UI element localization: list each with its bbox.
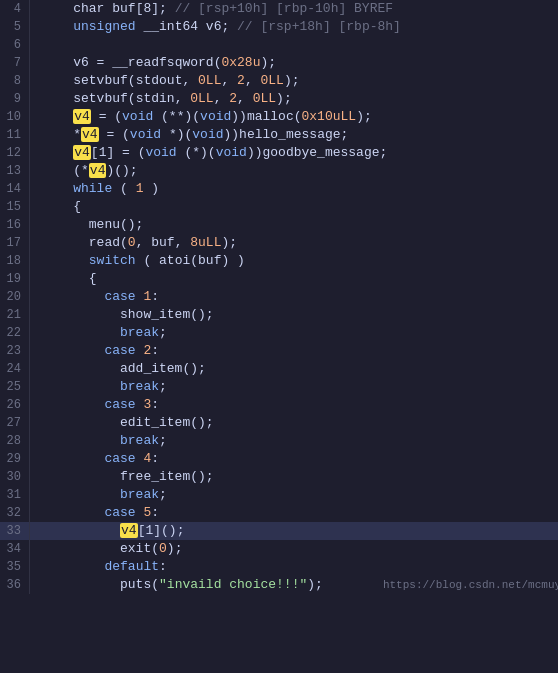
highlight-v4-33: v4 [120, 523, 138, 538]
line-content-29: case 4: [38, 450, 558, 468]
line-num-34: 34 [0, 540, 30, 558]
line-content-11: *v4 = (void *)(void))hello_message; [38, 126, 558, 144]
line-content-27: edit_item(); [38, 414, 558, 432]
line-num-10: 10 [0, 108, 30, 126]
line-num-4: 4 [0, 0, 30, 18]
line-num-24: 24 [0, 360, 30, 378]
line-content-4: char buf[8]; // [rsp+10h] [rbp-10h] BYRE… [38, 0, 558, 18]
line-num-9: 9 [0, 90, 30, 108]
line-content-36: puts("invaild choice!!!");https://blog.c… [38, 576, 558, 594]
code-line-36: 36 puts("invaild choice!!!");https://blo… [0, 576, 558, 594]
code-line-26: 26 case 3: [0, 396, 558, 414]
line-content-35: default: [38, 558, 558, 576]
code-line-30: 30 free_item(); [0, 468, 558, 486]
code-line-33: 33 v4[1](); [0, 522, 558, 540]
line-num-35: 35 [0, 558, 30, 576]
code-line-8: 8 setvbuf(stdout, 0LL, 2, 0LL); [0, 72, 558, 90]
line-num-36: 36 [0, 576, 30, 594]
line-num-14: 14 [0, 180, 30, 198]
code-line-12: 12 v4[1] = (void (*)(void))goodbye_messa… [0, 144, 558, 162]
line-content-28: break; [38, 432, 558, 450]
code-line-10: 10 v4 = (void (**)(void))malloc(0x10uLL)… [0, 108, 558, 126]
line-content-21: show_item(); [38, 306, 558, 324]
code-line-7: 7 v6 = __readfsqword(0x28u); [0, 54, 558, 72]
code-line-27: 27 edit_item(); [0, 414, 558, 432]
line-num-13: 13 [0, 162, 30, 180]
code-line-34: 34 exit(0); [0, 540, 558, 558]
code-line-15: 15 { [0, 198, 558, 216]
line-content-10: v4 = (void (**)(void))malloc(0x10uLL); [38, 108, 558, 126]
code-line-16: 16 menu(); [0, 216, 558, 234]
code-line-14: 14 while ( 1 ) [0, 180, 558, 198]
line-content-34: exit(0); [38, 540, 558, 558]
line-content-33: v4[1](); [38, 522, 558, 540]
line-num-7: 7 [0, 54, 30, 72]
line-content-23: case 2: [38, 342, 558, 360]
code-line-19: 19 { [0, 270, 558, 288]
line-num-23: 23 [0, 342, 30, 360]
line-content-24: add_item(); [38, 360, 558, 378]
line-num-33: 33 [0, 522, 30, 540]
code-line-20: 20 case 1: [0, 288, 558, 306]
line-num-16: 16 [0, 216, 30, 234]
code-line-18: 18 switch ( atoi(buf) ) [0, 252, 558, 270]
line-num-28: 28 [0, 432, 30, 450]
line-num-8: 8 [0, 72, 30, 90]
code-line-11: 11 *v4 = (void *)(void))hello_message; [0, 126, 558, 144]
code-line-23: 23 case 2: [0, 342, 558, 360]
line-content-31: break; [38, 486, 558, 504]
code-line-32: 32 case 5: [0, 504, 558, 522]
line-num-31: 31 [0, 486, 30, 504]
line-num-11: 11 [0, 126, 30, 144]
code-line-13: 13 (*v4)(); [0, 162, 558, 180]
highlight-v4-12: v4 [73, 145, 91, 160]
line-num-12: 12 [0, 144, 30, 162]
line-content-8: setvbuf(stdout, 0LL, 2, 0LL); [38, 72, 558, 90]
code-line-28: 28 break; [0, 432, 558, 450]
code-line-6: 6 [0, 36, 558, 54]
code-line-22: 22 break; [0, 324, 558, 342]
line-num-15: 15 [0, 198, 30, 216]
line-num-19: 19 [0, 270, 30, 288]
line-content-5: unsigned __int64 v6; // [rsp+18h] [rbp-8… [38, 18, 558, 36]
line-num-20: 20 [0, 288, 30, 306]
line-num-32: 32 [0, 504, 30, 522]
line-content-12: v4[1] = (void (*)(void))goodbye_message; [38, 144, 558, 162]
line-num-17: 17 [0, 234, 30, 252]
line-content-15: { [38, 198, 558, 216]
line-content-6 [38, 36, 558, 54]
line-content-9: setvbuf(stdin, 0LL, 2, 0LL); [38, 90, 558, 108]
line-num-18: 18 [0, 252, 30, 270]
line-content-14: while ( 1 ) [38, 180, 558, 198]
line-content-17: read(0, buf, 8uLL); [38, 234, 558, 252]
code-line-9: 9 setvbuf(stdin, 0LL, 2, 0LL); [0, 90, 558, 108]
highlight-v4-11: v4 [81, 127, 99, 142]
code-line-5: 5 unsigned __int64 v6; // [rsp+18h] [rbp… [0, 18, 558, 36]
line-num-5: 5 [0, 18, 30, 36]
line-content-22: break; [38, 324, 558, 342]
line-content-16: menu(); [38, 216, 558, 234]
line-num-25: 25 [0, 378, 30, 396]
line-num-22: 22 [0, 324, 30, 342]
code-line-25: 25 break; [0, 378, 558, 396]
line-num-27: 27 [0, 414, 30, 432]
line-content-19: { [38, 270, 558, 288]
line-num-29: 29 [0, 450, 30, 468]
line-content-32: case 5: [38, 504, 558, 522]
code-line-4: 4 char buf[8]; // [rsp+10h] [rbp-10h] BY… [0, 0, 558, 18]
code-line-31: 31 break; [0, 486, 558, 504]
code-line-24: 24 add_item(); [0, 360, 558, 378]
line-content-25: break; [38, 378, 558, 396]
line-num-26: 26 [0, 396, 30, 414]
line-content-20: case 1: [38, 288, 558, 306]
line-content-7: v6 = __readfsqword(0x28u); [38, 54, 558, 72]
line-num-30: 30 [0, 468, 30, 486]
highlight-v4-10: v4 [73, 109, 91, 124]
line-content-13: (*v4)(); [38, 162, 558, 180]
line-content-30: free_item(); [38, 468, 558, 486]
line-content-18: switch ( atoi(buf) ) [38, 252, 558, 270]
code-line-35: 35 default: [0, 558, 558, 576]
code-line-17: 17 read(0, buf, 8uLL); [0, 234, 558, 252]
code-editor: 4 char buf[8]; // [rsp+10h] [rbp-10h] BY… [0, 0, 558, 673]
line-content-26: case 3: [38, 396, 558, 414]
